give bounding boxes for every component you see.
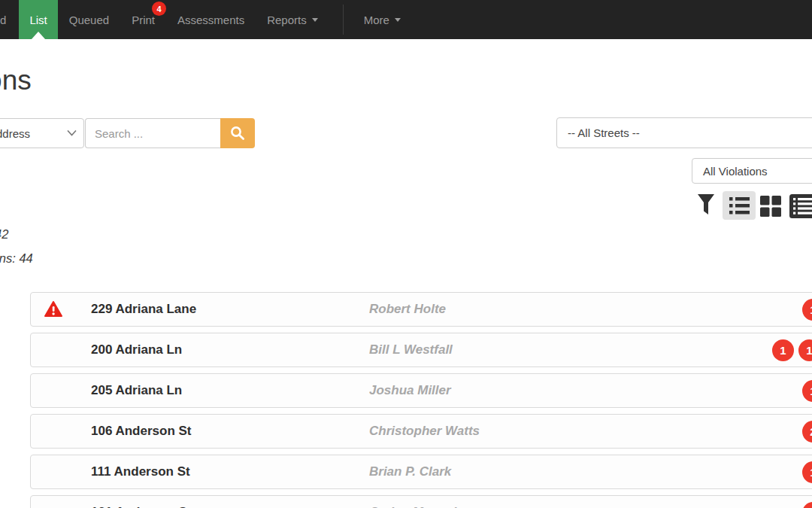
chevron-down-icon bbox=[395, 18, 401, 22]
row-owner-name: Robert Holte bbox=[369, 293, 446, 326]
top-navbar: Dashboard List Queued Print 4 Assessment… bbox=[0, 0, 812, 39]
nav-item-list[interactable]: List bbox=[19, 0, 57, 39]
violation-count-badge: 1 bbox=[802, 380, 812, 402]
violation-count-badge: 1 bbox=[798, 339, 812, 361]
nav-item-reports-label: Reports bbox=[267, 14, 307, 26]
violations-filter-value: All Violations bbox=[703, 165, 768, 178]
row-address: 200 Adriana Ln bbox=[91, 333, 182, 367]
search-field-select-value: Address bbox=[0, 127, 30, 140]
nav-item-assessments[interactable]: Assessments bbox=[166, 0, 256, 39]
grid-view-icon bbox=[760, 196, 781, 217]
detail-view-icon bbox=[789, 194, 812, 218]
violation-count-badge: 1 bbox=[802, 299, 812, 321]
search-input[interactable] bbox=[85, 118, 221, 148]
nav-item-more[interactable]: More bbox=[353, 0, 412, 39]
row-address: 106 Anderson St bbox=[91, 415, 192, 448]
row-owner-name: Christopher Watts bbox=[369, 415, 480, 448]
violations-count-text: Violations: 44 bbox=[0, 251, 33, 266]
search-button[interactable] bbox=[220, 118, 255, 148]
row-address: 205 Adriana Ln bbox=[91, 374, 182, 407]
violation-row[interactable]: 200 Adriana Ln Bill L Westfall 1 1 bbox=[30, 333, 812, 367]
row-owner-name: Bill L Westfall bbox=[369, 333, 453, 367]
nav-item-print-label: Print bbox=[132, 14, 155, 26]
filter-button[interactable] bbox=[697, 193, 715, 218]
navbar-divider bbox=[343, 5, 344, 35]
row-owner-name: Joshua Miller bbox=[369, 374, 451, 407]
violation-count-badge: 2 bbox=[802, 421, 812, 443]
row-owner-name: Brian P. Clark bbox=[369, 455, 451, 488]
streets-filter-value: -- All Streets -- bbox=[568, 126, 640, 139]
warning-icon bbox=[44, 301, 62, 318]
chevron-down-icon bbox=[312, 18, 318, 22]
row-address: 111 Anderson St bbox=[91, 455, 190, 488]
nav-item-queued[interactable]: Queued bbox=[58, 0, 120, 39]
violation-row[interactable]: 121 Anderson St Carlos Manuel 1 bbox=[30, 495, 812, 508]
violation-count-badge: 1 bbox=[802, 502, 812, 508]
chevron-down-icon bbox=[67, 129, 77, 136]
funnel-icon bbox=[698, 194, 714, 217]
page-title: Violations bbox=[0, 65, 32, 96]
detail-view-button[interactable] bbox=[789, 194, 812, 218]
grid-view-button[interactable] bbox=[759, 195, 782, 217]
row-address: 121 Anderson St bbox=[91, 496, 192, 508]
nav-item-print[interactable]: Print 4 bbox=[120, 0, 166, 39]
list-view-button[interactable] bbox=[723, 191, 756, 220]
violations-filter-select[interactable]: All Violations bbox=[692, 158, 812, 184]
row-address: 229 Adriana Lane bbox=[91, 293, 196, 326]
nav-item-more-label: More bbox=[364, 14, 389, 26]
streets-filter-select[interactable]: -- All Streets -- bbox=[556, 117, 812, 148]
nav-item-reports[interactable]: Reports bbox=[256, 0, 329, 39]
violations-list: 229 Adriana Lane Robert Holte 1 200 Adri… bbox=[30, 292, 812, 508]
nav-item-dashboard[interactable]: Dashboard bbox=[0, 0, 6, 39]
violation-row[interactable]: 205 Adriana Ln Joshua Miller 1 bbox=[30, 373, 812, 408]
violation-row[interactable]: 229 Adriana Lane Robert Holte 1 bbox=[30, 292, 812, 327]
properties-count-text: 42 bbox=[0, 227, 8, 242]
search-icon bbox=[229, 125, 246, 141]
list-view-icon bbox=[729, 196, 750, 214]
search-field-select[interactable]: Address bbox=[0, 118, 84, 148]
violation-row[interactable]: 106 Anderson St Christopher Watts 2 bbox=[30, 414, 812, 449]
print-count-badge: 4 bbox=[152, 2, 166, 16]
violation-count-badge: 1 bbox=[772, 339, 794, 361]
violation-row[interactable]: 111 Anderson St Brian P. Clark 1 bbox=[30, 455, 812, 489]
row-owner-name: Carlos Manuel bbox=[369, 496, 456, 508]
violation-count-badge: 1 bbox=[802, 461, 812, 483]
